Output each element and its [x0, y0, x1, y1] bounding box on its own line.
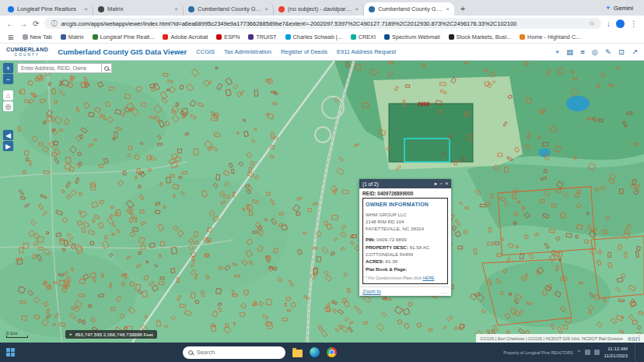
page-title: Cumberland County GIS Data Viewer — [58, 47, 187, 56]
popup-pager: (1 of 2) — [362, 181, 379, 187]
desktop-screen: Longleaf Pine Realtors × Matrix × Cumber… — [0, 0, 644, 362]
refresh-icon[interactable]: ⟳ — [33, 19, 39, 28]
chrome-browser-icon[interactable] — [327, 347, 337, 357]
map-search — [17, 63, 112, 73]
browser-tab[interactable]: Longleaf Pine Realtors × — [3, 2, 93, 16]
clock-date: 11/21/2023 — [604, 353, 628, 359]
tray-chevron-icon[interactable]: ⌃ — [577, 350, 582, 356]
bookmark-star-icon[interactable]: ☆ — [589, 19, 595, 27]
zoom-out-button[interactable]: − — [3, 74, 13, 84]
popup-header[interactable]: (1 of 2) ▸ ▫ × — [359, 179, 451, 188]
tab-close-icon[interactable]: × — [174, 5, 178, 12]
bookmark-item[interactable]: Matrix — [61, 33, 84, 40]
bookmark-item[interactable]: Adobe Acrobat — [163, 33, 208, 40]
bookmark-favicon-icon — [248, 34, 254, 40]
browser-tab[interactable]: (no subject) - davidparksharm... × — [274, 2, 364, 16]
browser-tab-strip: Longleaf Pine Realtors × Matrix × Cumber… — [0, 0, 644, 16]
tab-favicon-icon — [188, 6, 194, 12]
owner-info-box: OWNER INFORMATION WHM GROUP LLC 2148 RIM… — [362, 198, 448, 284]
zoom-to-link[interactable]: Zoom to — [362, 289, 381, 294]
bookmark-item[interactable]: Home - Highland C... — [520, 33, 580, 40]
search-button[interactable] — [101, 63, 112, 73]
owner-info-title: OWNER INFORMATION — [366, 201, 445, 209]
next-extent-button[interactable]: ▶ — [3, 141, 13, 151]
locate-button[interactable]: ◎ — [3, 101, 13, 111]
profile-avatar[interactable] — [616, 19, 625, 28]
popup-next-feature-icon[interactable]: ▸ — [435, 181, 437, 187]
tab-close-icon[interactable]: × — [84, 5, 88, 12]
tab-close-icon[interactable]: × — [446, 5, 450, 12]
layer-list-icon[interactable]: ▤ — [566, 47, 573, 57]
url-input[interactable] — [61, 20, 585, 27]
taskbar-search[interactable] — [183, 346, 285, 359]
downloads-icon[interactable]: ↓ — [607, 19, 611, 28]
search-input[interactable] — [17, 63, 101, 73]
apps-grid-icon[interactable]: ⊞ — [8, 33, 14, 41]
legend-icon[interactable]: ≡ — [580, 47, 585, 57]
site-info-icon[interactable]: ⓘ — [51, 19, 57, 28]
bookmark-label: CREXI — [359, 33, 376, 40]
omnibox[interactable]: ⓘ ☆ — [44, 18, 601, 29]
popup-close-icon[interactable]: × — [445, 181, 448, 187]
edge-browser-icon[interactable] — [310, 347, 320, 357]
popup-dock-icon[interactable]: ▫ — [440, 181, 442, 187]
nav-link-register-of-deeds[interactable]: Register of Deeds — [281, 48, 327, 55]
parcel-map-label: 2000 — [418, 101, 430, 107]
bookmark-label: TRUIST — [256, 33, 276, 40]
bookmark-item[interactable]: Stock Markets, Busi... — [449, 33, 512, 40]
tab-close-icon[interactable]: × — [355, 5, 359, 12]
system-tray: Property of Longleaf Pine REALTORS ⌃ 11:… — [503, 343, 638, 362]
bookmark-label: Longleaf Pine Realt... — [100, 33, 155, 40]
file-explorer-icon[interactable] — [292, 350, 303, 357]
map-canvas[interactable] — [0, 61, 644, 343]
taskbar-search-input[interactable] — [197, 349, 280, 356]
zoom-in-button[interactable]: + — [3, 63, 13, 73]
bookmark-item[interactable]: CREXI — [351, 33, 376, 40]
back-icon[interactable]: ← — [6, 19, 14, 28]
volume-icon[interactable] — [594, 350, 600, 355]
bookmark-item[interactable]: Charles Schwab |... — [285, 33, 342, 40]
share-icon[interactable]: ↗ — [632, 47, 638, 57]
nav-link-tax-administration[interactable]: Tax Administration — [224, 48, 271, 55]
basemap-gallery-icon[interactable]: ◎ — [592, 47, 598, 57]
identify-icon[interactable]: ⌖ — [555, 47, 559, 57]
field-plat-book-page: Plat Book & Page: — [366, 265, 445, 272]
condo-plats-link[interactable]: HERE — [422, 276, 434, 280]
bookmark-label: Matrix — [68, 33, 84, 40]
bookmark-favicon-icon — [520, 34, 525, 40]
gemini-button[interactable]: ✦ Gemini — [605, 4, 641, 12]
gemini-spark-icon: ✦ — [605, 4, 611, 12]
crosshair-icon: ⌖ — [69, 332, 72, 338]
notification-center-button[interactable] — [635, 343, 638, 362]
new-tab-button[interactable]: + — [457, 3, 468, 14]
nav-link-ccgis[interactable]: CCGIS — [196, 48, 215, 55]
windows-taskbar: Property of Longleaf Pine REALTORS ⌃ 11:… — [0, 343, 644, 362]
forward-icon[interactable]: → — [19, 19, 27, 28]
network-icon[interactable] — [585, 350, 590, 355]
home-button[interactable]: ⌂ — [3, 90, 13, 100]
taskbar-clock[interactable]: 11:12 AM 11/21/2023 — [604, 346, 628, 358]
bookmark-item[interactable]: Longleaf Pine Realt... — [93, 33, 155, 40]
browser-menu-icon[interactable]: ⋮ — [630, 19, 638, 28]
map-scalebar: 0.1mi — [6, 331, 28, 338]
browser-tab-active[interactable]: Cumberland County GIS Data × — [364, 2, 454, 16]
bookmark-item[interactable]: ESPN — [216, 33, 240, 40]
tab-close-icon[interactable]: × — [264, 5, 268, 12]
print-icon[interactable]: ⊡ — [618, 47, 625, 57]
logo-text-top: CUMBERLAND — [6, 47, 48, 53]
bookmark-item[interactable]: Spectrum Webmail — [384, 33, 440, 40]
bookmark-item[interactable]: TRUIST — [248, 33, 276, 40]
popup-more-icon[interactable]: ... — [441, 289, 448, 294]
browser-tab[interactable]: Cumberland County GIS Data × — [184, 2, 274, 16]
nav-link-e911-address-request[interactable]: E911 Address Request — [337, 48, 396, 55]
previous-extent-button[interactable]: ◀ — [3, 130, 13, 140]
browser-tab[interactable]: Matrix × — [93, 2, 184, 16]
cumberland-county-logo: CUMBERLAND COUNTY — [6, 47, 48, 57]
mls-watermark: Property of Longleaf Pine REALTORS — [503, 350, 572, 355]
gis-map[interactable]: 2000 + − ⌂ ◎ ◀ ▶ (1 of 2) ▸ ▫ × — [0, 61, 644, 343]
draw-icon[interactable]: ✎ — [605, 47, 611, 57]
attribution-text: CCGIS | Esri Charlotte | CCGIS | NCDOT G… — [480, 336, 623, 341]
bookmark-favicon-icon — [351, 34, 356, 40]
bookmark-item[interactable]: New Tab — [23, 33, 52, 40]
start-button[interactable] — [6, 348, 16, 357]
